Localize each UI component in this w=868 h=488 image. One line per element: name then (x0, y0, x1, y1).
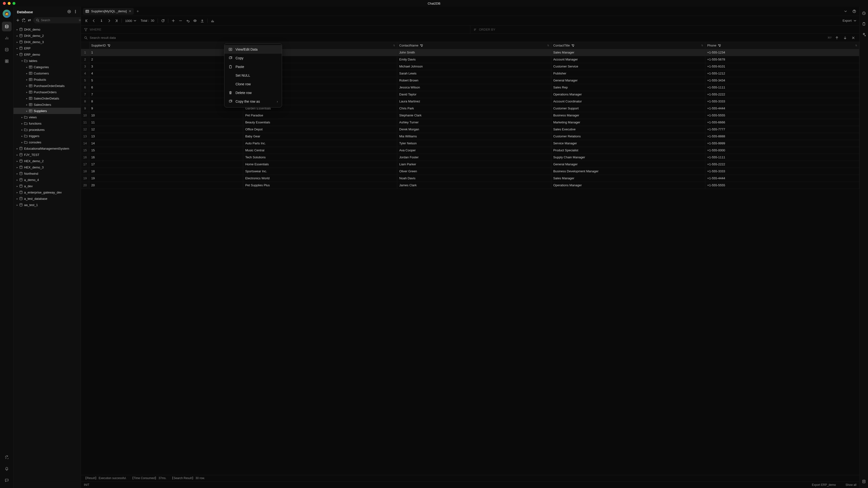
cell[interactable]: 10 (89, 112, 243, 119)
footer-export-db[interactable]: Export ERP_demo (812, 483, 836, 487)
table-row[interactable]: 1212Office DepotDerek MorganSales Execut… (81, 126, 859, 133)
sort-icon[interactable]: ⇅ (547, 44, 549, 47)
sort-icon[interactable]: ⇅ (393, 44, 395, 47)
table-row[interactable]: 2020Pet Supplies PlusJames ClarkOperatio… (81, 182, 859, 189)
filter-icon[interactable] (107, 44, 110, 47)
result-search-input[interactable] (90, 36, 826, 39)
context-menu-item[interactable]: Clone row (224, 80, 282, 89)
cell[interactable]: +1-555-5555 (705, 112, 859, 119)
cell[interactable]: +1-555-4444 (705, 175, 859, 182)
tree-node[interactable]: ▸Products (13, 76, 81, 83)
panel-clipboard[interactable] (861, 21, 867, 27)
cell[interactable]: Derek Morgan (397, 126, 551, 133)
cell[interactable]: Liam Parker (397, 161, 551, 168)
tree-node[interactable]: ▸SalesOrders (13, 101, 81, 108)
cell[interactable]: Service Manager (551, 140, 705, 147)
footer-showall[interactable]: Show all (845, 483, 857, 487)
tree-node[interactable]: ▸PurchaseOrderDetails (13, 83, 81, 89)
tree-node[interactable]: ▸procedures (13, 127, 81, 133)
table-row[interactable]: 77Gemstone JewelryDavid TaylorOperations… (81, 91, 859, 98)
cell[interactable]: Michael Johnson (397, 63, 551, 70)
delete-row-button[interactable] (178, 18, 184, 24)
col-header[interactable]: SupplierID⇅ (89, 42, 243, 49)
cell[interactable]: Jordan Foster (397, 154, 551, 161)
cell[interactable]: 5 (89, 77, 243, 84)
panel-ai[interactable] (861, 31, 867, 38)
cell[interactable]: Mia Williams (397, 133, 551, 140)
tab-suppliers[interactable]: Suppliers[MySQL _demo] ✕ (83, 8, 134, 15)
cell[interactable]: Business Manager (551, 112, 705, 119)
cell[interactable]: Tech Solutions (243, 154, 397, 161)
cell[interactable]: General Manager (551, 77, 705, 84)
prev-page[interactable] (91, 18, 97, 24)
new-query-icon[interactable] (16, 18, 20, 23)
page-size[interactable]: 1000 (124, 19, 138, 23)
table-row[interactable]: 55Toy MakersRobert BrownGeneral Manager+… (81, 77, 859, 84)
cell[interactable]: Supply Chain Manager (551, 154, 705, 161)
sidebar-search[interactable]: ⌘F (33, 17, 85, 23)
cell[interactable]: Chris Park (397, 105, 551, 112)
table-row[interactable]: 1616Tech SolutionsJordan FosterSupply Ch… (81, 154, 859, 161)
table-row[interactable]: 33Clothing EmporiumMichael JohnsonCustom… (81, 63, 859, 70)
tree-node[interactable]: ▸PurchaseOrders (13, 89, 81, 95)
avatar[interactable]: 🧔 (3, 10, 11, 18)
next-page[interactable] (106, 18, 112, 24)
cell[interactable]: 13 (89, 133, 243, 140)
swap-icon[interactable] (28, 18, 31, 23)
new-connection-icon[interactable] (67, 10, 71, 14)
help-icon[interactable] (851, 8, 858, 14)
cell[interactable]: Laura Martinez (397, 98, 551, 105)
cell[interactable]: 1 (89, 49, 243, 56)
cell[interactable]: 6 (89, 84, 243, 91)
cell[interactable]: Marketing Manager (551, 119, 705, 126)
table-row[interactable]: 88Appliance WorldLaura MartinezAccount C… (81, 98, 859, 105)
tree-node[interactable]: ▸Customers (13, 70, 81, 76)
cell[interactable]: Sportswear Inc. (243, 168, 397, 175)
cell[interactable]: Baby Gear (243, 133, 397, 140)
tree-node[interactable]: ▸a_dev (13, 183, 81, 189)
cell[interactable]: Sales Manager (551, 49, 705, 56)
cell[interactable]: Account Manager (551, 56, 705, 63)
search-next[interactable] (842, 35, 848, 41)
cell[interactable]: Sales Manager (551, 175, 705, 182)
tree-node[interactable]: ▸HEX_demo_2 (13, 158, 81, 164)
window-close[interactable] (3, 2, 6, 5)
context-menu-item[interactable]: Copy the row as› (224, 97, 282, 106)
cell[interactable]: Pet Paradise (243, 112, 397, 119)
cell[interactable]: Office Depot (243, 126, 397, 133)
cell[interactable]: Robert Brown (397, 77, 551, 84)
cell[interactable]: Tyler Nelson (397, 140, 551, 147)
sort-icon[interactable]: ⇅ (855, 44, 857, 47)
context-menu-item[interactable]: Copy (224, 54, 282, 62)
activity-plugins[interactable] (2, 56, 11, 66)
context-menu-item[interactable]: Set NULL (224, 71, 282, 80)
table-row[interactable]: 11Tech Supplies Inc.John SmithSales Mana… (81, 49, 859, 56)
table-row[interactable]: 22Furniture Co.Emily DavisAccount Manage… (81, 56, 859, 63)
cell[interactable]: +1-555-2222 (705, 91, 859, 98)
cell[interactable]: +1-555-3434 (705, 77, 859, 84)
cell[interactable]: Product Specialist (551, 147, 705, 154)
tree-node[interactable]: ▸aa_test_1 (13, 202, 81, 208)
tree-node[interactable]: ▸a_test_database (13, 195, 81, 202)
cell[interactable]: Customer Service (551, 63, 705, 70)
tree-node[interactable]: ▸Categories (13, 64, 81, 70)
context-menu-item[interactable]: Paste (224, 62, 282, 71)
cell[interactable]: +1-555-3333 (705, 98, 859, 105)
cell[interactable]: Stephanie Clark (397, 112, 551, 119)
cell[interactable]: +1-555-9101 (705, 63, 859, 70)
cell[interactable]: Business Development Manager (551, 168, 705, 175)
cell[interactable]: Pet Supplies Plus (243, 182, 397, 189)
where-filter[interactable]: WHERE (81, 26, 470, 33)
tree-node[interactable]: ▾ERP_demo (13, 51, 81, 58)
cell[interactable]: 11 (89, 119, 243, 126)
cell[interactable]: Operations Manager (551, 182, 705, 189)
cell[interactable]: +1-555-5678 (705, 56, 859, 63)
cell[interactable]: +1-555-8888 (705, 133, 859, 140)
cell[interactable]: +1-555-2222 (705, 161, 859, 168)
cell[interactable]: +1-555-9999 (705, 140, 859, 147)
table-row[interactable]: 1515Music CentralAva CooperProduct Speci… (81, 147, 859, 154)
cell[interactable]: 15 (89, 147, 243, 154)
context-menu[interactable]: View/Edit DataCopyPasteSet NULLClone row… (224, 43, 282, 107)
refresh-icon[interactable] (22, 18, 26, 23)
cell[interactable]: Ava Cooper (397, 147, 551, 154)
